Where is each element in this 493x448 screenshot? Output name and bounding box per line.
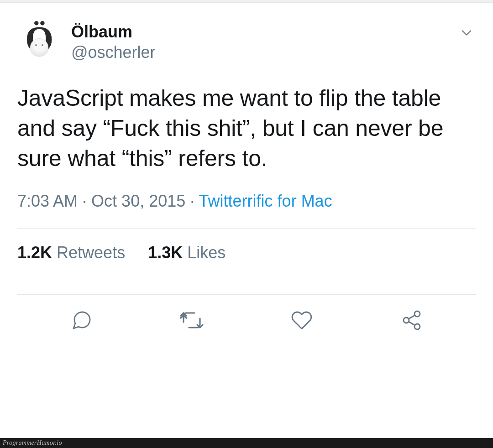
svg-line-4 — [409, 315, 415, 319]
like-icon — [291, 309, 313, 331]
tweet-time[interactable]: 7:03 AM — [17, 192, 78, 210]
svg-line-3 — [409, 322, 415, 325]
avatar-face-icon — [30, 38, 48, 57]
meta-separator-2: · — [185, 192, 199, 210]
likes-label: Likes — [187, 243, 226, 262]
tweet-meta: 7:03 AM · Oct 30, 2015 · Twitterrific fo… — [17, 192, 476, 211]
meta-separator-1: · — [78, 192, 91, 210]
tweet-menu-button[interactable] — [457, 24, 476, 42]
likes-stat[interactable]: 1.3K Likes — [148, 243, 226, 262]
reply-button[interactable] — [68, 307, 95, 334]
user-handle[interactable]: @oscherler — [71, 42, 156, 62]
share-icon — [401, 309, 423, 331]
retweets-label: Retweets — [57, 243, 125, 262]
footer-watermark: ProgrammerHumor.io — [0, 438, 493, 448]
retweet-button[interactable] — [178, 307, 205, 334]
tweet-text: JavaScript makes me want to flip the tab… — [17, 83, 476, 173]
user-info: Ölbaum @oscherler — [71, 20, 156, 62]
watermark-text: ProgrammerHumor.io — [3, 439, 62, 447]
likes-count: 1.3K — [148, 243, 183, 262]
retweet-icon — [179, 309, 205, 331]
tweet-stats: 1.2K Retweets 1.3K Likes — [17, 229, 476, 277]
retweets-count: 1.2K — [17, 243, 52, 262]
retweets-stat[interactable]: 1.2K Retweets — [17, 243, 125, 262]
tweet-actions — [17, 295, 476, 348]
svg-point-1 — [404, 318, 409, 323]
tweet-source[interactable]: Twitterrific for Mac — [199, 192, 332, 210]
tweet-date[interactable]: Oct 30, 2015 — [91, 192, 185, 210]
svg-point-2 — [414, 324, 420, 329]
svg-point-0 — [414, 311, 420, 317]
avatar[interactable]: Ö — [17, 20, 61, 64]
like-button[interactable] — [288, 307, 315, 334]
reply-icon — [71, 309, 93, 331]
display-name[interactable]: Ölbaum — [71, 22, 156, 42]
tweet-container: Ö Ölbaum @oscherler JavaScript makes me … — [0, 3, 493, 348]
tweet-header: Ö Ölbaum @oscherler — [17, 20, 476, 64]
share-button[interactable] — [398, 307, 425, 334]
chevron-down-icon — [458, 25, 475, 41]
